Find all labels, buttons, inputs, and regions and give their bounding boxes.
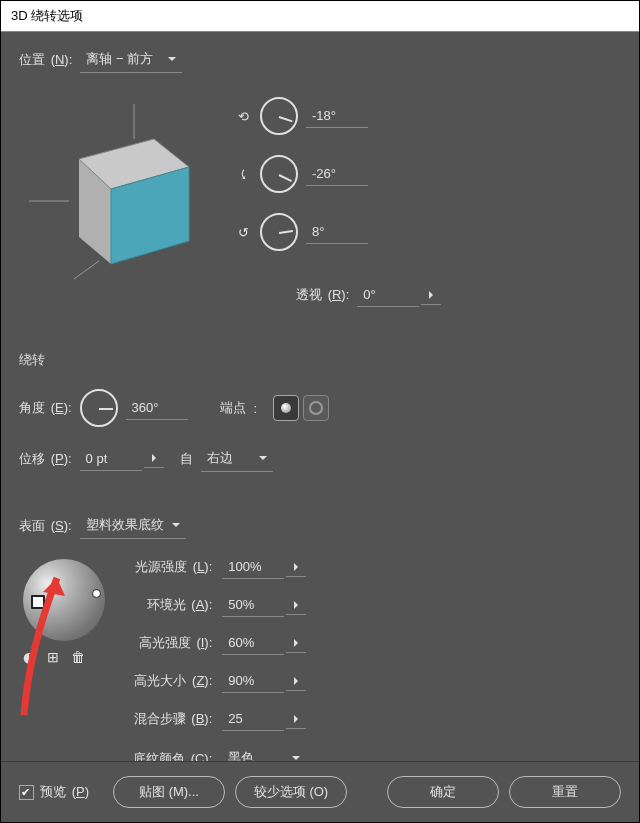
rotation-z-value[interactable]: 8° [306, 220, 368, 244]
preview-checkbox[interactable]: 预览 (P) [19, 783, 89, 801]
rotation-y-value[interactable]: -26° [306, 162, 368, 186]
chevron-right-icon [294, 601, 298, 609]
blend-steps-stepper[interactable] [286, 710, 306, 729]
chevron-down-icon [172, 523, 180, 527]
position-label: 位置 (N): [19, 51, 72, 69]
ambient-value[interactable]: 50% [222, 593, 284, 617]
blend-steps-label: 混合步骤 (B): [133, 710, 212, 728]
ambient-stepper[interactable] [286, 596, 306, 615]
chevron-right-icon [429, 291, 433, 299]
highlight-intensity-label: 高光强度 (I): [133, 634, 212, 652]
orientation-preview: ⟲ -18° ⤹ -26° ↺ 8° [19, 89, 621, 307]
dialog-body: 位置 (N): 离轴 − 前方 [1, 32, 639, 761]
perspective-stepper[interactable] [421, 286, 441, 305]
chevron-down-icon [259, 456, 267, 460]
offset-value[interactable]: 0 pt [80, 447, 142, 471]
fewer-options-button[interactable]: 较少选项 (O) [235, 776, 347, 808]
chevron-right-icon [152, 454, 156, 462]
angle-dial[interactable] [80, 389, 118, 427]
blend-steps-value[interactable]: 25 [222, 707, 284, 731]
chevron-right-icon [294, 677, 298, 685]
highlight-size-label: 高光大小 (Z): [133, 672, 212, 690]
cap-on-button[interactable] [273, 395, 299, 421]
offset-stepper[interactable] [144, 449, 164, 468]
offset-row: 位移 (P): 0 pt 自 右边 [19, 445, 621, 472]
highlight-intensity-stepper[interactable] [286, 634, 306, 653]
cap-solid-icon [281, 403, 291, 413]
svg-line-2 [74, 261, 99, 279]
surface-label: 表面 (S): [19, 517, 72, 535]
position-row: 位置 (N): 离轴 − 前方 [19, 46, 621, 73]
highlight-size-stepper[interactable] [286, 672, 306, 691]
shading-color-label: 底纹颜色 (C): [133, 750, 212, 762]
light-move-back-button[interactable]: ◐ [23, 649, 35, 665]
title-text: 3D 绕转选项 [11, 8, 83, 23]
rotation-x-value[interactable]: -18° [306, 104, 368, 128]
rotation-z-row: ↺ 8° [234, 213, 441, 251]
rotation-z-dial[interactable] [260, 213, 298, 251]
chevron-down-icon [292, 756, 300, 760]
rotation-x-row: ⟲ -18° [234, 97, 441, 135]
dialog-3d-revolve: 3D 绕转选项 位置 (N): 离轴 − 前方 [0, 0, 640, 823]
chevron-right-icon [294, 563, 298, 571]
light-handle-main[interactable] [31, 595, 45, 609]
offset-from-select[interactable]: 右边 [201, 445, 273, 472]
dialog-footer: 预览 (P) 贴图 (M)... 较少选项 (O) 确定 重置 [1, 761, 639, 822]
perspective-value[interactable]: 0° [357, 283, 419, 307]
light-intensity-label: 光源强度 (L): [133, 558, 212, 576]
light-preview[interactable] [23, 559, 105, 641]
shading-area: ◐ ⊞ 🗑 光源强度 (L): 100% 环境光 (A): 50% 高光强度 (… [19, 555, 621, 761]
light-handle-secondary[interactable] [92, 589, 101, 598]
light-params: 光源强度 (L): 100% 环境光 (A): 50% 高光强度 (I): 60… [133, 555, 306, 761]
surface-select[interactable]: 塑料效果底纹 [80, 512, 186, 539]
surface-row: 表面 (S): 塑料效果底纹 [19, 512, 621, 539]
endpoint-toggle [273, 395, 329, 421]
light-intensity-value[interactable]: 100% [222, 555, 284, 579]
chevron-right-icon [294, 639, 298, 647]
light-preview-wrap: ◐ ⊞ 🗑 [19, 555, 109, 665]
ambient-label: 环境光 (A): [133, 596, 212, 614]
delete-light-button[interactable]: 🗑 [71, 649, 85, 665]
reset-button[interactable]: 重置 [509, 776, 621, 808]
cube-widget[interactable] [19, 89, 214, 289]
chevron-right-icon [294, 715, 298, 723]
rotation-y-row: ⤹ -26° [234, 155, 441, 193]
rotation-x-dial[interactable] [260, 97, 298, 135]
endpoint-label: 端点 [220, 399, 246, 417]
perspective-row: 透视 (R): 0° [296, 283, 441, 307]
offset-label: 位移 (P): [19, 450, 72, 468]
light-intensity-stepper[interactable] [286, 558, 306, 577]
rotate-y-icon: ⤹ [234, 167, 252, 181]
angle-value[interactable]: 360° [126, 396, 188, 420]
light-buttons: ◐ ⊞ 🗑 [23, 649, 109, 665]
angle-label: 角度 (E): [19, 399, 72, 417]
rotate-x-icon: ⟲ [234, 109, 252, 123]
rotation-controls: ⟲ -18° ⤹ -26° ↺ 8° [234, 97, 441, 307]
checkbox-icon [19, 785, 34, 800]
rotate-z-icon: ↺ [234, 225, 252, 239]
title-bar[interactable]: 3D 绕转选项 [1, 1, 639, 32]
chevron-down-icon [168, 57, 176, 61]
position-select[interactable]: 离轴 − 前方 [80, 46, 182, 73]
shading-color-select[interactable]: 黑色 [222, 745, 306, 761]
angle-row: 角度 (E): 360° 端点: [19, 389, 621, 427]
new-light-button[interactable]: ⊞ [47, 649, 59, 665]
cap-off-button[interactable] [303, 395, 329, 421]
map-art-button[interactable]: 贴图 (M)... [113, 776, 225, 808]
offset-from-label: 自 [180, 450, 193, 468]
revolve-title: 绕转 [19, 351, 621, 369]
cap-hollow-icon [309, 401, 323, 415]
highlight-intensity-value[interactable]: 60% [222, 631, 284, 655]
rotation-y-dial[interactable] [260, 155, 298, 193]
perspective-label: 透视 (R): [296, 286, 349, 304]
ok-button[interactable]: 确定 [387, 776, 499, 808]
highlight-size-value[interactable]: 90% [222, 669, 284, 693]
